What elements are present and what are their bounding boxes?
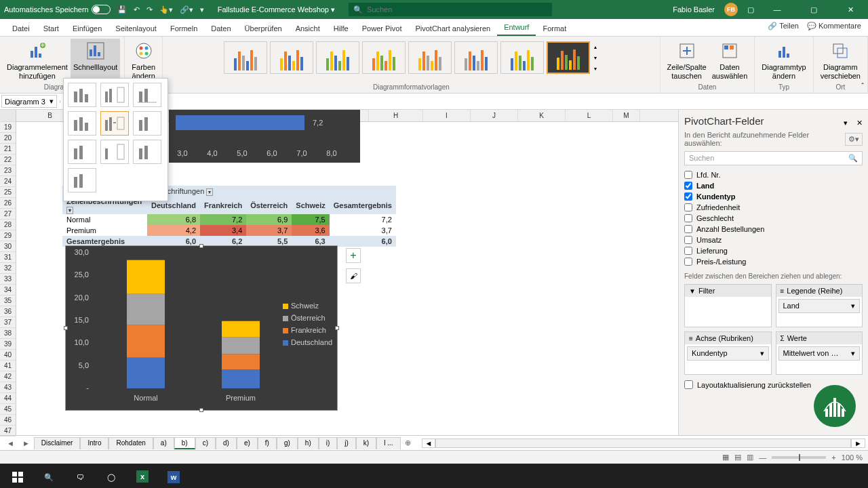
sheet-tab[interactable]: f) bbox=[258, 437, 277, 449]
sheet-tab[interactable]: Intro bbox=[80, 437, 108, 449]
row-header[interactable]: 37 bbox=[0, 317, 16, 328]
field-zufriedenheit[interactable]: Zufriedenheit bbox=[684, 202, 863, 213]
col-header[interactable]: I bbox=[423, 110, 471, 121]
minimize-button[interactable]: — bbox=[764, 0, 791, 19]
values-item[interactable]: Mittelwert von Qualität▾ bbox=[778, 346, 861, 361]
row-header[interactable]: 19 bbox=[0, 122, 16, 133]
row-header[interactable]: 38 bbox=[0, 328, 16, 339]
row-header[interactable]: 24 bbox=[0, 176, 16, 187]
layout-option-2[interactable] bbox=[100, 83, 129, 107]
zoom-level[interactable]: 100 % bbox=[842, 453, 863, 462]
chart-elements-button[interactable]: + bbox=[346, 248, 361, 263]
layout-option-3[interactable] bbox=[133, 83, 161, 107]
chart-style-4[interactable] bbox=[362, 41, 406, 74]
chevron-down-icon[interactable]: ▾ bbox=[50, 97, 54, 106]
search-input[interactable] bbox=[367, 5, 547, 14]
toggle-switch[interactable] bbox=[92, 5, 111, 14]
legend-item-land[interactable]: Land▾ bbox=[778, 299, 861, 313]
chart-style-2[interactable] bbox=[270, 41, 313, 74]
layout-option-7[interactable] bbox=[68, 140, 96, 164]
hscroll-left[interactable]: ◄ bbox=[422, 439, 436, 448]
gallery-scroll[interactable]: ▴ bbox=[594, 44, 597, 50]
chart-style-6[interactable] bbox=[454, 41, 498, 74]
row-header[interactable]: 23 bbox=[0, 165, 16, 176]
taskbar-excel[interactable]: x bbox=[127, 464, 157, 488]
chart-styles-button[interactable]: 🖌 bbox=[346, 268, 361, 283]
view-pagebreak-icon[interactable]: ▥ bbox=[747, 453, 753, 462]
sheet-tab[interactable]: i) bbox=[319, 437, 338, 449]
close-button[interactable]: ✕ bbox=[837, 0, 864, 19]
move-chart-button[interactable]: Diagramm verschieben bbox=[818, 39, 863, 82]
field-preisleistung[interactable]: Preis-/Leistung bbox=[684, 256, 863, 267]
sheet-tab[interactable]: b) bbox=[174, 437, 195, 449]
chart-style-5[interactable] bbox=[408, 41, 452, 74]
collapse-ribbon-icon[interactable]: ˆ bbox=[861, 82, 864, 90]
qat-more-icon[interactable]: ▾ bbox=[200, 5, 204, 14]
field-anzahlbestellungen[interactable]: Anzahl Bestellungen bbox=[684, 224, 863, 235]
tab-format[interactable]: Format bbox=[536, 21, 573, 36]
maximize-button[interactable]: ▢ bbox=[800, 0, 827, 19]
row-header[interactable]: 27 bbox=[0, 209, 16, 220]
layout-option-1[interactable] bbox=[68, 83, 96, 107]
row-header[interactable]: 22 bbox=[0, 155, 16, 165]
sheet-tab[interactable]: d) bbox=[216, 437, 237, 449]
tab-formeln[interactable]: Formeln bbox=[163, 21, 204, 36]
layout-option-9[interactable] bbox=[133, 140, 161, 164]
tab-entwurf[interactable]: Entwurf bbox=[497, 20, 536, 36]
redo-icon[interactable]: ↷ bbox=[146, 5, 153, 14]
tab-powerpivot[interactable]: Power Pivot bbox=[355, 21, 409, 36]
col-header[interactable]: H bbox=[369, 110, 423, 121]
view-pagelayout-icon[interactable]: ▤ bbox=[734, 453, 741, 462]
zoom-out-button[interactable]: — bbox=[759, 453, 766, 462]
row-header[interactable]: 41 bbox=[0, 361, 16, 371]
layout-option-8[interactable] bbox=[100, 140, 129, 164]
row-header[interactable]: 25 bbox=[0, 187, 16, 198]
sheet-tab[interactable]: l ... bbox=[376, 437, 400, 449]
field-lieferung[interactable]: Lieferung bbox=[684, 245, 863, 256]
document-title[interactable]: Fallstudie E-Commerce Webshop ▾ bbox=[218, 5, 335, 14]
tab-einfuegen[interactable]: Einfügen bbox=[66, 21, 108, 36]
tab-nav-prev[interactable]: ◄ bbox=[3, 439, 18, 447]
row-header[interactable]: 39 bbox=[0, 339, 16, 350]
username-label[interactable]: Fabio Basler bbox=[673, 5, 715, 14]
row-header[interactable]: 29 bbox=[0, 230, 16, 241]
sheet-tab[interactable]: a) bbox=[153, 437, 174, 449]
sheet-tab[interactable]: j) bbox=[337, 437, 356, 449]
axis-area[interactable]: ≡ Achse (Rubriken) Kundentyp▾ bbox=[684, 331, 772, 375]
pane-options-icon[interactable]: ▾ bbox=[844, 119, 848, 127]
field-land[interactable]: Land bbox=[684, 180, 863, 191]
layout-option-10[interactable] bbox=[68, 168, 96, 192]
field-kundentyp[interactable]: Kundentyp bbox=[684, 191, 863, 202]
row-header[interactable]: 44 bbox=[0, 393, 16, 404]
row-header[interactable]: 40 bbox=[0, 350, 16, 361]
row-header[interactable]: 47 bbox=[0, 426, 16, 436]
sheet-tab[interactable]: k) bbox=[356, 437, 376, 449]
filter-area[interactable]: ▼ Filter bbox=[684, 284, 772, 327]
mini-horizontal-chart[interactable]: 7,2 3,04,05,06,07,08,0 bbox=[169, 110, 360, 163]
tab-start[interactable]: Start bbox=[37, 21, 66, 36]
sheet-tab[interactable]: g) bbox=[277, 437, 298, 449]
switch-row-col-button[interactable]: Zeile/Spalte tauschen bbox=[665, 39, 709, 82]
sheet-tab[interactable]: Disclaimer bbox=[34, 437, 81, 449]
col-header[interactable]: J bbox=[471, 110, 518, 121]
sheet-tab[interactable]: h) bbox=[298, 437, 319, 449]
chart-style-3[interactable] bbox=[316, 41, 359, 74]
fields-search[interactable]: Suchen 🔍 bbox=[684, 151, 863, 165]
sheet-tab[interactable]: Rohdaten bbox=[108, 437, 153, 449]
row-header[interactable]: 46 bbox=[0, 415, 16, 426]
layout-option-6[interactable] bbox=[133, 111, 161, 136]
hscroll-right[interactable]: ► bbox=[851, 439, 865, 448]
view-normal-icon[interactable]: ▦ bbox=[722, 453, 729, 462]
row-header[interactable]: 34 bbox=[0, 285, 16, 296]
comments-button[interactable]: 💬 Kommentare bbox=[807, 22, 861, 30]
pane-close-icon[interactable]: ✕ bbox=[856, 119, 863, 127]
change-colors-button[interactable]: Farben ändern bbox=[129, 39, 158, 82]
tab-analysieren[interactable]: PivotChart analysieren bbox=[408, 21, 497, 36]
add-chart-element-button[interactable]: + Diagrammelement hinzufügen bbox=[4, 39, 71, 82]
window-mode-icon[interactable]: ▢ bbox=[747, 5, 754, 14]
save-icon[interactable]: 💾 bbox=[117, 5, 127, 14]
gear-icon[interactable]: ⚙▾ bbox=[845, 133, 863, 146]
chart-style-8[interactable] bbox=[547, 41, 590, 74]
row-header[interactable]: 33 bbox=[0, 274, 16, 285]
field-geschlecht[interactable]: Geschlecht bbox=[684, 213, 863, 224]
